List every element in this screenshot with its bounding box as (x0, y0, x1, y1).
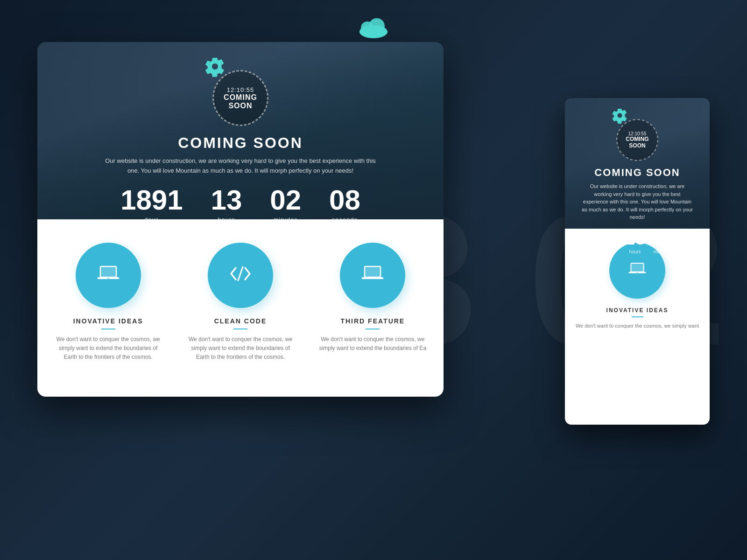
small-countdown-hours: 13 hours (624, 228, 646, 254)
countdown-seconds: 08 seconds (329, 186, 360, 223)
feature-circle-laptop (76, 243, 141, 308)
days-label: days (144, 216, 159, 223)
main-card-title: COMING SOON (178, 134, 303, 152)
main-card-subtitle: Our website is under construction, we ar… (100, 156, 381, 176)
small-days-number: 1891 (576, 228, 619, 248)
clock-badge: 12:10:55 COMINGSOON (212, 56, 268, 126)
feature-third: THIRD FEATURE We don't want to conquer t… (316, 243, 430, 353)
small-card-title: COMING SOON (594, 167, 680, 179)
small-minutes-number: 03 (650, 228, 672, 248)
small-gear-icon (612, 107, 628, 124)
small-minutes-label: minutes (653, 249, 669, 254)
cloud-icon (357, 14, 390, 46)
feature-text-innovative: We don't want to conquer the cosmos, we … (51, 335, 165, 362)
countdown-hours: 13 hours (211, 186, 242, 223)
feature-divider-1 (101, 329, 115, 329)
feature-circle-code (208, 243, 273, 308)
svg-rect-10 (631, 263, 643, 272)
code-icon (229, 265, 252, 286)
days-number: 1891 (120, 186, 183, 214)
feature-title-third: THIRD FEATURE (340, 317, 405, 325)
feature-title-code: CLEAN CODE (214, 317, 267, 325)
small-hours-label: hours (629, 249, 641, 254)
small-countdown-days: 1891 days (576, 228, 619, 254)
svg-rect-4 (100, 266, 116, 277)
feature-title-innovative: INOVATIVE IDEAS (73, 317, 143, 325)
svg-rect-8 (365, 266, 381, 277)
clock-circle: 12:10:55 COMINGSOON (212, 70, 268, 126)
feature-divider-2 (233, 329, 247, 329)
seconds-label: seconds (332, 216, 358, 223)
small-countdown: 1891 days 13 hours 03 minutes 04 seconds (576, 228, 699, 254)
small-hours-number: 13 (624, 228, 646, 248)
main-countdown: 1891 days 13 hours 02 minutes 08 seconds (120, 186, 360, 223)
minutes-label: minutes (273, 216, 298, 223)
clock-time: 12:10:55 (227, 86, 254, 93)
small-card: 12:10:55 COMINGSOON COMING SOON Our webs… (565, 98, 710, 425)
hours-number: 13 (211, 186, 242, 214)
small-countdown-minutes: 03 minutes (650, 228, 672, 254)
small-laptop-icon (628, 261, 647, 280)
countdown-minutes: 02 minutes (270, 186, 301, 223)
main-card-bottom: INOVATIVE IDEAS We don't want to conquer… (37, 219, 444, 397)
small-clock-circle: 12:10:55 COMINGSOON (616, 119, 658, 161)
small-clock-label: COMINGSOON (626, 136, 648, 148)
third-feature-icon (361, 264, 384, 287)
small-card-bottom: INOVATIVE IDEAS We don't want to conquer… (565, 229, 710, 425)
small-feature-text: We don't want to conquer the cosmos, we … (576, 322, 699, 330)
seconds-number: 08 (329, 186, 360, 214)
small-card-subtitle: Our website is under construction, we ar… (577, 182, 698, 221)
svg-rect-9 (362, 277, 383, 279)
feature-divider-3 (366, 329, 380, 329)
feature-circle-third (340, 243, 405, 308)
small-clock-badge: 12:10:55 COMINGSOON (616, 107, 658, 161)
laptop-icon (97, 264, 120, 287)
small-card-top: 12:10:55 COMINGSOON COMING SOON Our webs… (565, 98, 710, 229)
small-feature-divider (632, 316, 643, 317)
feature-text-code: We don't want to conquer the cosmos, we … (183, 335, 297, 362)
feature-innovative-ideas: INOVATIVE IDEAS We don't want to conquer… (51, 243, 165, 362)
countdown-days: 1891 days (120, 186, 183, 223)
minutes-number: 02 (270, 186, 301, 214)
small-seconds-label: seconds (679, 249, 697, 254)
small-seconds-number: 04 (677, 228, 699, 248)
svg-point-3 (359, 26, 388, 38)
small-feature-title: INOVATIVE IDEAS (606, 307, 669, 314)
small-countdown-seconds: 04 seconds (677, 228, 699, 254)
small-days-label: days (592, 249, 602, 254)
feature-text-third: We don't want to conquer the cosmos, we … (316, 335, 430, 353)
gear-icon (204, 56, 226, 77)
main-card-top: 12:10:55 COMINGSOON COMING SOON Our webs… (37, 42, 444, 219)
clock-coming-soon-label: COMINGSOON (224, 93, 257, 110)
hours-label: hours (218, 216, 235, 223)
main-card: 12:10:55 COMINGSOON COMING SOON Our webs… (37, 42, 444, 397)
feature-clean-code: CLEAN CODE We don't want to conquer the … (183, 243, 297, 362)
svg-line-7 (238, 267, 243, 280)
